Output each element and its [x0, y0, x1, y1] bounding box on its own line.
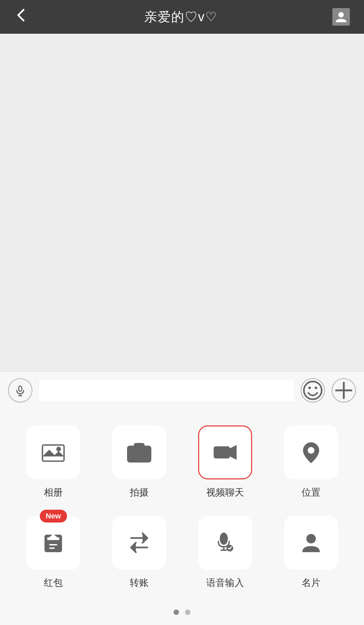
pagination-dot-2[interactable] [185, 609, 190, 615]
svg-rect-17 [214, 446, 230, 458]
pagination-dot-1[interactable] [174, 609, 179, 615]
svg-rect-22 [49, 544, 57, 545]
svg-point-16 [146, 449, 148, 451]
svg-rect-15 [134, 444, 144, 448]
action-item-video-chat[interactable]: 视频聊天 [191, 425, 259, 499]
input-bar [0, 371, 364, 409]
svg-point-0 [338, 12, 344, 18]
album-icon-box [26, 425, 80, 479]
svg-point-28 [306, 534, 316, 543]
svg-point-1 [19, 386, 22, 391]
profile-button[interactable] [332, 7, 351, 26]
action-row-2: New 红包 转账 [10, 516, 354, 589]
message-input[interactable] [39, 380, 294, 401]
action-item-location[interactable]: 位置 [277, 425, 345, 499]
svg-rect-21 [47, 537, 59, 540]
pagination [0, 603, 364, 625]
svg-point-4 [304, 381, 322, 399]
svg-marker-18 [230, 445, 237, 460]
album-label: 相册 [44, 486, 63, 499]
voice-input-label: 语音输入 [206, 576, 244, 589]
svg-point-14 [136, 451, 142, 457]
more-button[interactable] [332, 378, 356, 403]
action-item-red-packet[interactable]: New 红包 [20, 516, 87, 589]
svg-point-11 [56, 447, 61, 451]
location-icon-box [284, 425, 338, 479]
red-packet-icon-box [26, 516, 80, 570]
action-row-1: 相册 拍摄 视频聊天 [10, 425, 354, 499]
voice-button[interactable] [8, 378, 32, 403]
camera-icon-box [112, 425, 166, 479]
svg-rect-23 [49, 547, 55, 549]
voice-input-icon-box [198, 516, 252, 570]
new-badge: New [40, 510, 67, 523]
video-chat-icon-box [198, 425, 252, 479]
chat-title: 亲爱的♡v♡ [144, 8, 217, 26]
svg-point-5 [308, 386, 311, 389]
back-button[interactable] [13, 7, 30, 27]
red-packet-label: 红包 [44, 576, 63, 589]
svg-rect-9 [42, 445, 64, 461]
action-item-album[interactable]: 相册 [20, 425, 87, 499]
svg-point-6 [315, 386, 317, 389]
chat-area [0, 34, 364, 371]
svg-point-24 [220, 533, 228, 545]
emoji-button[interactable] [301, 378, 325, 403]
header: 亲爱的♡v♡ [0, 0, 364, 34]
transfer-icon-box [112, 516, 166, 570]
transfer-label: 转账 [130, 576, 149, 589]
action-item-camera[interactable]: 拍摄 [105, 425, 173, 499]
action-item-transfer[interactable]: 转账 [105, 516, 173, 589]
video-chat-label: 视频聊天 [206, 486, 244, 499]
svg-marker-10 [42, 450, 64, 456]
camera-label: 拍摄 [130, 486, 149, 499]
svg-point-19 [308, 447, 314, 454]
action-panel: 相册 拍摄 视频聊天 [0, 409, 364, 603]
location-label: 位置 [302, 486, 321, 499]
action-item-voice-input[interactable]: 语音输入 [191, 516, 259, 589]
business-card-icon-box [284, 516, 338, 570]
business-card-label: 名片 [302, 576, 321, 589]
action-item-business-card[interactable]: 名片 [277, 516, 345, 589]
